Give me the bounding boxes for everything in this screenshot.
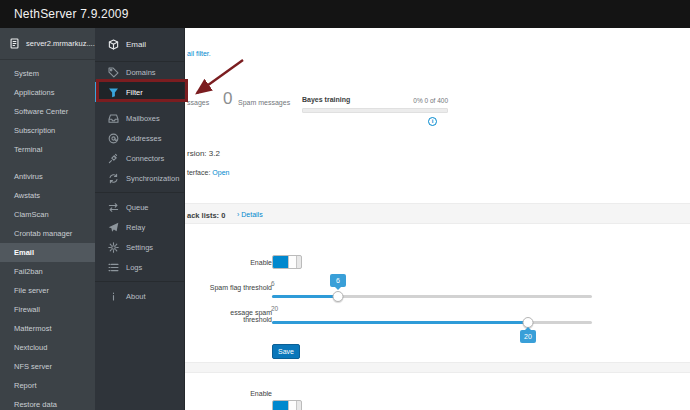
rspamd-interface-row: terface: Open <box>187 169 229 176</box>
sidebar: server2.mrmarkuz.... System Applications… <box>0 28 95 410</box>
funnel-icon <box>108 87 119 98</box>
sidebar-item-terminal[interactable]: Terminal <box>0 140 95 159</box>
queued-messages-label: ssages <box>187 99 209 106</box>
sync-icon <box>108 173 119 184</box>
slider-tooltip: 20 <box>520 330 536 343</box>
blacklist-section-bar: ack lists: 0 › Details <box>185 203 690 224</box>
open-interface-link[interactable]: Open <box>212 169 229 176</box>
spam-messages-label: Spam messages <box>238 99 290 106</box>
at-sign-icon <box>108 133 119 144</box>
server-name: server2.mrmarkuz.... <box>26 39 95 48</box>
window-title: NethServer 7.9.2009 <box>14 7 129 21</box>
top-bar: NethServer 7.9.2009 <box>0 0 690 28</box>
toggle-on-segment <box>273 256 288 268</box>
sidebar-item-report[interactable]: Report <box>0 376 95 395</box>
plug-icon <box>108 153 119 164</box>
second-section-bar <box>185 362 690 373</box>
exchange-arrows-icon <box>108 202 119 213</box>
enable-label-2: Enable <box>206 390 272 397</box>
spam-flag-value: 6 <box>271 280 275 287</box>
sidebar-nav: System Applications Software Center Subs… <box>0 64 95 410</box>
sidebar-item-nfs-server[interactable]: NFS server <box>0 357 95 376</box>
enable-toggle[interactable] <box>272 255 302 269</box>
paper-plane-icon <box>108 222 119 233</box>
sidebar-item-restore-data[interactable]: Restore data <box>0 395 95 410</box>
bayes-training-title: Bayes training <box>302 96 350 103</box>
info-icon <box>108 291 119 302</box>
sidebar-item-nextcloud[interactable]: Nextcloud <box>0 338 95 357</box>
gear-icon <box>108 242 119 253</box>
spam-flag-threshold-label: Spam flag threshold <box>206 284 272 291</box>
document-icon <box>9 38 20 49</box>
submenu-item-queue[interactable]: Queue <box>95 197 184 217</box>
sidebar-item-firewall[interactable]: Firewall <box>0 300 95 319</box>
blacklist-count-label: ack lists: 0 <box>187 211 225 220</box>
blacklist-details-link[interactable]: › Details <box>237 211 263 218</box>
sidebar-item-mattermost[interactable]: Mattermost <box>0 319 95 338</box>
deny-spam-value: 20 <box>271 305 278 312</box>
deny-spam-threshold-label: essage spam threshold <box>206 309 272 323</box>
save-button[interactable]: Save <box>272 344 300 359</box>
submenu-item-addresses[interactable]: Addresses <box>95 128 184 148</box>
sidebar-item-file-server[interactable]: File server <box>0 281 95 300</box>
list-icon <box>108 262 119 273</box>
sidebar-item-software-center[interactable]: Software Center <box>0 102 95 121</box>
tag-icon <box>108 67 119 78</box>
sidebar-item-crontab-manager[interactable]: Crontab manager <box>0 224 95 243</box>
submenu-item-filter[interactable]: Filter <box>95 82 184 102</box>
toggle-on-segment <box>273 401 288 410</box>
enable-toggle-2[interactable] <box>272 400 302 410</box>
toggle-knob[interactable] <box>288 256 296 268</box>
slider-tooltip: 6 <box>330 274 346 287</box>
submenu-item-about[interactable]: About <box>95 286 184 306</box>
sidebar-item-applications[interactable]: Applications <box>0 83 95 102</box>
inbox-icon <box>108 113 119 124</box>
sidebar-item-system[interactable]: System <box>0 64 95 83</box>
server-selector[interactable]: server2.mrmarkuz.... <box>0 28 95 60</box>
cube-icon <box>108 39 119 50</box>
filter-version-text: rsion: 3.2 <box>187 149 220 158</box>
submenu-header: Email <box>95 28 184 62</box>
slider-fill <box>272 321 528 324</box>
sidebar-item-subscription[interactable]: Subscription <box>0 121 95 140</box>
email-submenu: Email Domains Filter Mailboxes <box>95 28 185 410</box>
enable-label: Enable <box>206 259 272 266</box>
interface-label: terface: <box>187 169 210 176</box>
submenu-item-logs[interactable]: Logs <box>95 257 184 277</box>
spam-flag-slider[interactable]: 6 <box>272 291 592 301</box>
bayes-progress-text: 0% 0 of 400 <box>365 97 448 104</box>
slider-fill <box>272 295 338 298</box>
submenu-item-synchronization[interactable]: Synchronization <box>95 168 184 188</box>
sidebar-item-fail2ban[interactable]: Fail2ban <box>0 262 95 281</box>
bayes-progress-bar <box>302 108 448 113</box>
sidebar-item-awstats[interactable]: Awstats <box>0 186 95 205</box>
app-window: NethServer 7.9.2009 server2.mrmarkuz....… <box>0 0 690 410</box>
submenu-item-connectors[interactable]: Connectors <box>95 148 184 168</box>
spam-messages-count: 0 <box>223 89 232 109</box>
sidebar-item-email[interactable]: Email <box>0 243 95 262</box>
submenu-separator <box>95 281 184 282</box>
submenu-item-relay[interactable]: Relay <box>95 217 184 237</box>
sidebar-item-antivirus[interactable]: Antivirus <box>0 167 95 186</box>
deny-spam-slider[interactable]: 20 <box>272 317 592 327</box>
mail-filter-doc-link[interactable]: ail filter. <box>187 50 211 57</box>
filter-page: ail filter. ssages 0 Spam messages Bayes… <box>185 28 690 410</box>
submenu-title: Email <box>126 40 146 49</box>
info-icon[interactable]: i <box>428 117 437 126</box>
submenu-item-domains[interactable]: Domains <box>95 62 184 82</box>
submenu-item-mailboxes[interactable]: Mailboxes <box>95 108 184 128</box>
submenu-separator <box>95 192 184 193</box>
submenu-item-settings[interactable]: Settings <box>95 237 184 257</box>
sidebar-item-clamscan[interactable]: ClamScan <box>0 205 95 224</box>
toggle-knob[interactable] <box>288 401 296 410</box>
